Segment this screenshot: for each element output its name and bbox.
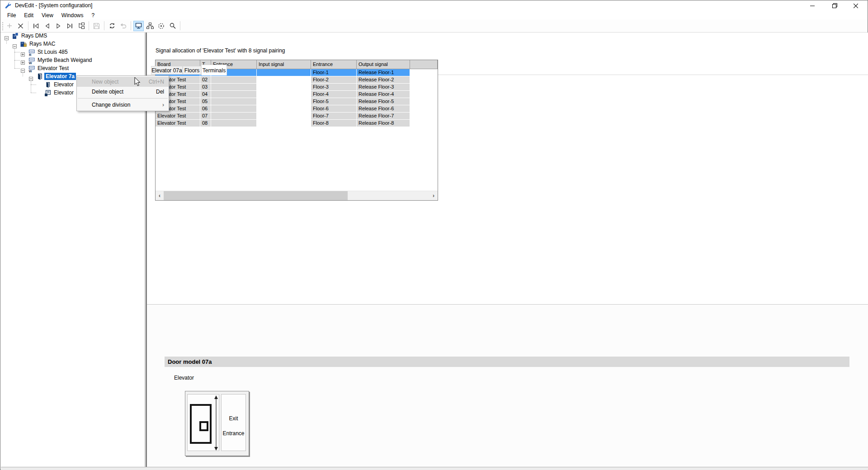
table-cell[interactable]: Release Floor-5 xyxy=(357,98,410,105)
tree-item-rays-dms[interactable]: Rays DMS xyxy=(5,32,48,40)
table-cell[interactable]: 05 xyxy=(200,98,211,105)
system-view-button[interactable] xyxy=(133,21,144,31)
delete-button[interactable] xyxy=(15,21,26,31)
table-cell[interactable]: Release Floor-4 xyxy=(357,91,410,98)
menu-view[interactable]: View xyxy=(38,11,57,19)
go-first-button[interactable] xyxy=(31,21,41,31)
tree-view-button[interactable] xyxy=(76,21,86,31)
table-cell[interactable]: Elevator Test xyxy=(156,113,200,120)
tree-item-rays-mac[interactable]: Rays MAC xyxy=(13,40,57,48)
table-cell[interactable] xyxy=(257,76,311,84)
table-cell[interactable]: Floor-8 xyxy=(311,120,357,127)
tree-item-elevator-7a[interactable]: Elevator 7a xyxy=(29,72,76,80)
menu-[interactable]: ? xyxy=(88,11,99,19)
tab-floors[interactable]: Floors xyxy=(183,66,201,75)
table-cell[interactable] xyxy=(257,91,311,98)
table-cell[interactable]: 03 xyxy=(200,84,211,91)
tree-item-label[interactable]: Elevator xyxy=(52,89,75,96)
table-cell[interactable] xyxy=(211,84,257,91)
column-header-input-signal[interactable]: Input signal xyxy=(257,60,311,69)
table-cell[interactable]: Floor-4 xyxy=(311,91,357,98)
toolbar-grip[interactable] xyxy=(1,21,4,30)
column-header-output-signal[interactable]: Output signal xyxy=(357,60,410,69)
scrollbar-thumb[interactable] xyxy=(164,191,348,200)
close-button[interactable] xyxy=(845,0,866,11)
tree-item-label[interactable]: St Louis 485 xyxy=(36,48,69,56)
column-header-blank[interactable] xyxy=(410,60,438,69)
table-row[interactable]: Elevator Test04Floor-4Release Floor-4 xyxy=(156,91,438,98)
table-cell[interactable] xyxy=(257,98,311,105)
menu-file[interactable]: File xyxy=(3,11,20,19)
table-cell[interactable]: Release Floor-7 xyxy=(357,113,410,120)
table-row[interactable]: Elevator Test03Floor-3Release Floor-3 xyxy=(156,84,438,91)
tree-item-myrtle-beach-weigand[interactable]: WMyrtle Beach Weigand xyxy=(21,56,94,64)
table-cell[interactable]: Floor-7 xyxy=(311,113,357,120)
table-cell[interactable] xyxy=(257,84,311,91)
tree-item-label[interactable]: Elevator 7a xyxy=(44,73,76,80)
menu-edit[interactable]: Edit xyxy=(20,11,38,19)
table-cell[interactable]: Release Floor-6 xyxy=(357,105,410,113)
go-last-button[interactable] xyxy=(65,21,75,31)
tree-expander-minus[interactable] xyxy=(13,42,17,46)
tab-terminals[interactable]: Terminals xyxy=(201,65,227,75)
go-previous-button[interactable] xyxy=(42,21,52,31)
undo-button[interactable] xyxy=(118,21,128,31)
scroll-right-arrow[interactable]: › xyxy=(429,191,438,200)
table-row[interactable]: Elevator Test06Floor-6Release Floor-6 xyxy=(156,105,438,113)
context-menu-delete-object[interactable]: Delete objectDel xyxy=(77,87,169,97)
tree-item-elevator[interactable]: Elevator xyxy=(37,80,75,89)
locate-button[interactable] xyxy=(156,21,166,31)
table-cell[interactable]: Floor-2 xyxy=(311,76,357,84)
table-hscrollbar[interactable]: ‹ › xyxy=(156,191,438,200)
tree-item-label[interactable]: Myrtle Beach Weigand xyxy=(36,56,94,64)
table-cell[interactable]: Release Floor-2 xyxy=(357,76,410,84)
table-cell[interactable]: 04 xyxy=(200,91,211,98)
table-cell[interactable]: Release Floor-3 xyxy=(357,84,410,91)
tree-expander-minus[interactable] xyxy=(5,34,9,38)
tree-item-label[interactable]: Rays MAC xyxy=(28,40,57,47)
tree-item-label[interactable]: Elevator xyxy=(52,81,75,88)
tree-item-label[interactable]: Elevator Test xyxy=(36,65,70,72)
search-button[interactable] xyxy=(167,21,178,31)
tree-item-label[interactable]: Rays DMS xyxy=(20,32,48,39)
table-row[interactable]: Elevator Test02Floor-2Release Floor-2 xyxy=(156,76,438,84)
table-cell[interactable] xyxy=(257,69,311,76)
menu-windows[interactable]: Windows xyxy=(57,11,88,19)
table-cell[interactable]: 02 xyxy=(200,76,211,84)
tree-item-st-louis-485[interactable]: RSt Louis 485 xyxy=(21,48,69,56)
tree-expander-minus[interactable] xyxy=(29,75,33,79)
table-cell[interactable] xyxy=(211,76,257,84)
table-cell[interactable]: Floor-3 xyxy=(311,84,357,91)
tree-item-elevator[interactable]: Elevator xyxy=(37,89,75,97)
table-cell[interactable]: Floor-5 xyxy=(311,98,357,105)
column-header-entrance[interactable]: Entrance xyxy=(311,60,357,69)
scroll-left-arrow[interactable]: ‹ xyxy=(156,191,164,200)
table-cell[interactable]: Floor-6 xyxy=(311,105,357,113)
table-row[interactable]: Elevator Test07Floor-7Release Floor-7 xyxy=(156,113,438,120)
table-cell[interactable] xyxy=(211,105,257,113)
refresh-button[interactable] xyxy=(107,21,117,31)
table-row[interactable]: Elevator Test05Floor-5Release Floor-5 xyxy=(156,98,438,105)
table-cell[interactable]: Release Floor-8 xyxy=(357,120,410,127)
table-cell[interactable] xyxy=(211,98,257,105)
go-next-button[interactable] xyxy=(53,21,64,31)
minimize-button[interactable] xyxy=(802,0,822,11)
topology-view-button[interactable] xyxy=(145,21,155,31)
tree-expander-minus[interactable] xyxy=(21,66,25,70)
table-cell[interactable]: Floor-1 xyxy=(311,69,357,76)
tab-elevator-07a[interactable]: Elevator 07a xyxy=(151,66,183,75)
table-cell[interactable] xyxy=(211,113,257,120)
context-menu-new-object[interactable]: New objectCtrl+N xyxy=(77,77,169,87)
table-cell[interactable]: 06 xyxy=(200,105,211,113)
titlebar[interactable]: DevEdit - [System configuration] xyxy=(0,0,868,11)
table-cell[interactable]: Release Floor-1 xyxy=(357,69,410,76)
table-cell[interactable]: 08 xyxy=(200,120,211,127)
tree-expander-plus[interactable] xyxy=(21,50,25,54)
table-cell[interactable] xyxy=(257,120,311,127)
table-cell[interactable]: Elevator Test xyxy=(156,120,200,127)
table-cell[interactable]: 07 xyxy=(200,113,211,120)
save-button[interactable] xyxy=(91,21,102,31)
table-cell[interactable] xyxy=(257,113,311,120)
table-cell[interactable] xyxy=(257,105,311,113)
context-menu-change-division[interactable]: Change division› xyxy=(77,100,169,110)
